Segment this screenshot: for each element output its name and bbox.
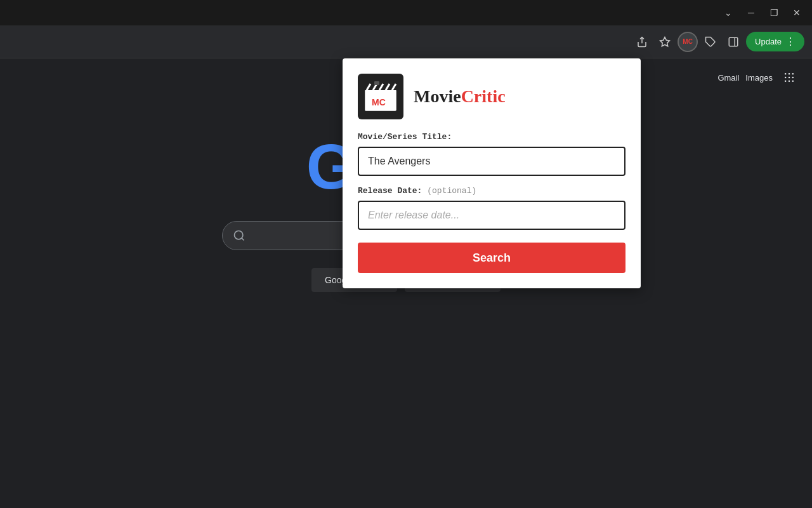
toolbar-action-icons: MC Update ⋮ [632, 32, 804, 52]
release-label: Release Date: (optional) [358, 186, 625, 196]
share-icon [636, 36, 648, 48]
release-date-input[interactable] [358, 201, 625, 230]
release-form-group: Release Date: (optional) [358, 186, 625, 230]
clapperboard-icon: MC [360, 76, 401, 117]
update-button[interactable]: Update ⋮ [746, 32, 804, 51]
page-content: Gmail Images G o o g l e [0, 58, 812, 508]
search-icon [233, 229, 246, 242]
svg-point-8 [785, 77, 787, 79]
grid-icon [783, 71, 796, 84]
sidebar-icon [728, 36, 739, 48]
extension-popup: MC MovieCritic Movie/Series Title: Relea… [343, 58, 641, 288]
title-label: Movie/Series Title: [358, 132, 625, 142]
title-form-group: Movie/Series Title: [358, 132, 625, 176]
extension-search-button[interactable]: Search [358, 243, 625, 273]
titlebar-restore[interactable]: ❐ [765, 4, 783, 22]
svg-rect-28 [374, 81, 379, 85]
svg-point-5 [785, 73, 787, 75]
apps-grid-button[interactable] [779, 67, 799, 88]
svg-marker-1 [660, 37, 670, 46]
popup-title: MovieCritic [414, 86, 506, 107]
movie-title-input[interactable] [358, 147, 625, 176]
share-icon-button[interactable] [632, 32, 652, 52]
svg-point-11 [785, 81, 787, 82]
puzzle-icon [705, 36, 716, 48]
svg-point-9 [789, 77, 790, 79]
bookmark-icon-button[interactable] [655, 32, 675, 52]
svg-line-15 [242, 238, 244, 241]
star-icon [659, 36, 671, 48]
svg-point-6 [789, 73, 790, 75]
svg-point-7 [792, 73, 794, 75]
svg-point-13 [792, 81, 794, 82]
svg-point-10 [792, 77, 794, 79]
popup-header: MC MovieCritic [358, 74, 625, 119]
browser-toolbar: MC Update ⋮ [0, 25, 812, 58]
gmail-link[interactable]: Gmail [717, 73, 739, 83]
svg-rect-3 [729, 37, 738, 46]
moviecritic-logo: MC [358, 74, 403, 119]
titlebar-minimize[interactable]: ─ [742, 4, 760, 22]
titlebar-close[interactable]: ✕ [788, 4, 806, 22]
titlebar-chevron[interactable]: ⌄ [719, 4, 737, 22]
titlebar: ⌄ ─ ❐ ✕ [0, 0, 812, 25]
svg-point-14 [235, 231, 243, 239]
moviecritic-extension-icon[interactable]: MC [678, 32, 698, 52]
more-icon: ⋮ [785, 36, 796, 48]
extensions-icon-button[interactable] [700, 32, 721, 52]
svg-point-12 [789, 81, 790, 82]
sidebar-toggle-button[interactable] [723, 32, 743, 52]
images-link[interactable]: Images [745, 73, 773, 83]
svg-text:MC: MC [372, 97, 386, 107]
